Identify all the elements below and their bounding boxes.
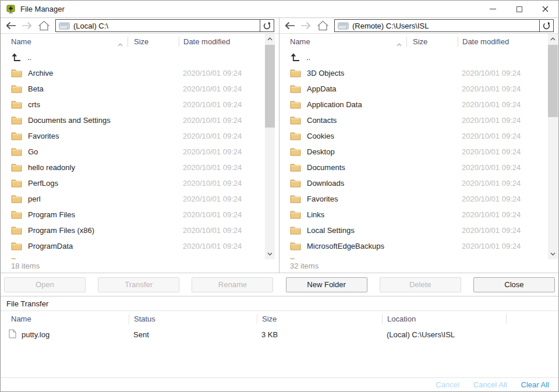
- local-address-bar[interactable]: (Local) C:\: [55, 19, 274, 32]
- folder-row[interactable]: Program Files (x86) 2020/10/01 09:24: [1, 223, 279, 238]
- scroll-up-icon[interactable]: [548, 34, 558, 44]
- scrollbar-thumb[interactable]: [548, 45, 558, 117]
- folder-row[interactable]: hello readonly 2020/10/01 09:24: [1, 160, 279, 175]
- transfer-empty-area: [1, 342, 558, 377]
- local-path: (Local) C:\: [73, 22, 108, 30]
- new-folder-button[interactable]: New Folder: [286, 277, 367, 292]
- folder-icon: [11, 210, 22, 219]
- minimize-button[interactable]: [480, 1, 506, 17]
- remote-list-header: Name Size Date modified: [280, 34, 558, 50]
- column-name[interactable]: Name: [290, 37, 310, 46]
- folder-row[interactable]: MicrosoftEdgeBackups 2020/10/01 09:24: [280, 238, 558, 254]
- column-divider: [128, 37, 128, 47]
- remote-path: (Remote) C:\Users\ISL: [352, 22, 429, 30]
- back-icon[interactable]: [284, 22, 295, 30]
- column-divider: [458, 37, 458, 47]
- folder-icon: [11, 242, 22, 250]
- folder-icon: [290, 84, 301, 93]
- folder-row-partial[interactable]: [280, 254, 558, 259]
- folder-row-partial[interactable]: [1, 254, 279, 259]
- remote-scrollbar[interactable]: [548, 34, 558, 259]
- folder-row[interactable]: Archive 2020/10/01 09:24: [1, 65, 279, 81]
- scroll-down-icon[interactable]: [548, 249, 558, 259]
- refresh-button[interactable]: [539, 20, 553, 31]
- parent-directory-row[interactable]: ..: [1, 50, 279, 65]
- refresh-button[interactable]: [260, 20, 274, 31]
- local-scrollbar[interactable]: [265, 34, 275, 259]
- folder-row[interactable]: 3D Objects 2020/10/01 09:24: [280, 65, 558, 81]
- transfer-table-header: Name Status Size Location: [1, 311, 558, 327]
- transfer-footer: Cancel Cancel All Clear All: [1, 377, 558, 391]
- folder-row[interactable]: Documents 2020/10/01 09:24: [280, 160, 558, 175]
- folder-icon: [290, 257, 301, 259]
- delete-button: Delete: [380, 277, 461, 292]
- folder-icon: [11, 226, 22, 235]
- transfer-column-status[interactable]: Status: [129, 314, 257, 324]
- folder-row[interactable]: Links 2020/10/01 09:24: [280, 207, 558, 223]
- column-size[interactable]: Size: [413, 37, 427, 46]
- folder-icon: [11, 69, 22, 77]
- folder-icon: [11, 147, 22, 156]
- local-pane: (Local) C:\ Name Size Date modifie: [1, 18, 280, 273]
- transfer-row[interactable]: putty.log Sent 3 KB (Local) C:\Users\ISL: [1, 327, 558, 342]
- file-name: Contacts: [307, 116, 337, 125]
- transfer-column-size[interactable]: Size: [257, 314, 382, 324]
- remote-address-bar[interactable]: (Remote) C:\Users\ISL: [334, 19, 554, 32]
- clear-all-link[interactable]: Clear All: [521, 380, 549, 389]
- file-name: ..: [27, 53, 31, 62]
- folder-icon: [11, 84, 22, 93]
- parent-directory-row[interactable]: ..: [280, 50, 558, 65]
- folder-row[interactable]: Beta 2020/10/01 09:24: [1, 81, 279, 97]
- file-date: 2020/10/01 09:24: [462, 116, 521, 125]
- forward-icon: [22, 22, 33, 30]
- home-icon[interactable]: [38, 20, 50, 31]
- folder-row[interactable]: Downloads 2020/10/01 09:24: [280, 175, 558, 191]
- transfer-column-location[interactable]: Location: [382, 314, 506, 324]
- close-button-action[interactable]: Close: [473, 277, 555, 292]
- file-date: 2020/10/01 09:24: [183, 210, 242, 219]
- file-name: Links: [307, 210, 324, 219]
- home-icon[interactable]: [317, 20, 329, 31]
- folder-row[interactable]: perl 2020/10/01 09:24: [1, 191, 279, 207]
- up-directory-icon: [11, 53, 22, 62]
- remote-file-list: Name Size Date modified .. 3D Objects 20…: [280, 34, 558, 259]
- folder-row[interactable]: crts 2020/10/01 09:24: [1, 97, 279, 112]
- column-size[interactable]: Size: [134, 37, 148, 46]
- transfer-rows: putty.log Sent 3 KB (Local) C:\Users\ISL: [1, 327, 558, 342]
- maximize-button[interactable]: [506, 1, 532, 17]
- scroll-down-icon[interactable]: [265, 249, 275, 259]
- remote-pane: (Remote) C:\Users\ISL Name Size Da: [280, 18, 558, 273]
- back-icon[interactable]: [5, 22, 16, 30]
- column-date-modified[interactable]: Date modified: [462, 37, 509, 46]
- folder-icon: [290, 69, 301, 77]
- folder-row[interactable]: Desktop 2020/10/01 09:24: [280, 144, 558, 160]
- folder-row[interactable]: Cookies 2020/10/01 09:24: [280, 128, 558, 144]
- folder-row[interactable]: Favorites 2020/10/01 09:24: [280, 191, 558, 207]
- file-date: 2020/10/01 09:24: [462, 210, 521, 219]
- scrollbar-thumb[interactable]: [265, 45, 275, 128]
- file-name: 3D Objects: [307, 69, 344, 77]
- scroll-up-icon[interactable]: [265, 34, 275, 44]
- folder-row[interactable]: ProgramData 2020/10/01 09:24: [1, 238, 279, 254]
- folder-row[interactable]: Favorites 2020/10/01 09:24: [1, 128, 279, 144]
- transfer-location: (Local) C:\Users\ISL: [382, 330, 506, 339]
- folder-row[interactable]: AppData 2020/10/01 09:24: [280, 81, 558, 97]
- close-button[interactable]: [532, 1, 558, 17]
- folder-row[interactable]: Local Settings 2020/10/01 09:24: [280, 223, 558, 238]
- cancel-all-link: Cancel All: [473, 380, 507, 389]
- folder-row[interactable]: Contacts 2020/10/01 09:24: [280, 112, 558, 128]
- file-name: Desktop: [307, 147, 335, 156]
- folder-row[interactable]: PerfLogs 2020/10/01 09:24: [1, 175, 279, 191]
- file-name: ProgramData: [28, 242, 73, 250]
- column-date-modified[interactable]: Date modified: [183, 37, 230, 46]
- file-name: Program Files (x86): [28, 226, 94, 235]
- folder-row[interactable]: Documents and Settings 2020/10/01 09:24: [1, 112, 279, 128]
- file-date: 2020/10/01 09:24: [462, 147, 521, 156]
- folder-icon: [290, 226, 301, 235]
- column-name[interactable]: Name: [11, 37, 31, 46]
- folder-row[interactable]: Go 2020/10/01 09:24: [1, 144, 279, 160]
- folder-row[interactable]: Application Data 2020/10/01 09:24: [280, 97, 558, 112]
- transfer-column-name[interactable]: Name: [1, 314, 129, 324]
- folder-row[interactable]: Program Files 2020/10/01 09:24: [1, 207, 279, 223]
- file-name: Downloads: [307, 179, 344, 188]
